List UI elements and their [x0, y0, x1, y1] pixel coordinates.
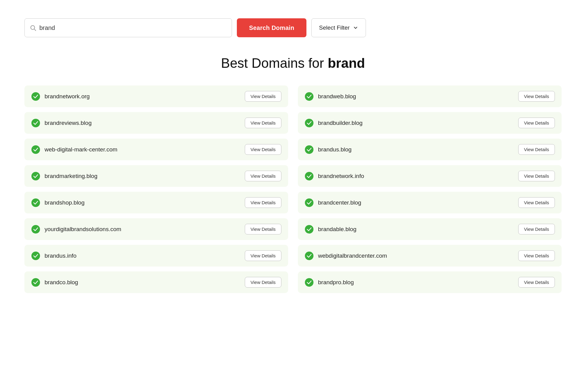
- domain-name: brandweb.blog: [318, 93, 356, 100]
- domain-left: brandnetwork.org: [31, 92, 90, 101]
- search-input[interactable]: [39, 24, 227, 31]
- domain-name: yourdigitalbrandsolutions.com: [45, 226, 121, 233]
- search-icon: [30, 24, 36, 31]
- svg-point-9: [305, 172, 313, 180]
- domain-name: brandable.blog: [318, 226, 356, 233]
- filter-button-label: Select Filter: [319, 24, 349, 31]
- domain-name: webdigitalbrandcenter.com: [318, 252, 387, 259]
- svg-point-4: [31, 118, 40, 127]
- svg-point-15: [305, 251, 313, 260]
- domain-row: brandable.blog View Details: [298, 218, 562, 240]
- domain-left: brandweb.blog: [305, 92, 356, 101]
- domain-name: brandcenter.blog: [318, 199, 361, 206]
- domains-grid: brandnetwork.org View Details brandweb.b…: [24, 85, 562, 293]
- domain-left: webdigitalbrandcenter.com: [305, 251, 387, 260]
- view-details-button[interactable]: View Details: [518, 171, 555, 181]
- domain-name: brandpro.blog: [318, 279, 354, 286]
- domain-left: brandnetwork.info: [305, 172, 364, 181]
- domain-row: brandbuilder.blog View Details: [298, 112, 562, 134]
- svg-point-12: [31, 225, 40, 233]
- domain-row: brandcenter.blog View Details: [298, 192, 562, 213]
- svg-point-2: [31, 92, 40, 100]
- check-circle-icon: [305, 145, 314, 154]
- domain-left: yourdigitalbrandsolutions.com: [31, 225, 121, 234]
- domain-row: brandco.blog View Details: [24, 271, 288, 293]
- domain-row: brandmarketing.blog View Details: [24, 165, 288, 187]
- domain-name: brandshop.blog: [45, 199, 85, 206]
- view-details-button[interactable]: View Details: [518, 144, 555, 155]
- check-circle-icon: [305, 118, 314, 128]
- svg-point-5: [305, 118, 313, 127]
- svg-point-17: [305, 278, 313, 286]
- svg-point-7: [305, 145, 313, 154]
- domain-row: brandreviews.blog View Details: [24, 112, 288, 134]
- page-heading: Best Domains for brand: [24, 56, 562, 71]
- search-wrapper: [24, 18, 232, 37]
- svg-point-11: [305, 198, 313, 207]
- view-details-button[interactable]: View Details: [518, 118, 555, 128]
- heading-keyword: brand: [328, 56, 365, 71]
- view-details-button[interactable]: View Details: [245, 197, 281, 208]
- check-circle-icon: [31, 251, 40, 260]
- svg-point-8: [31, 172, 40, 180]
- view-details-button[interactable]: View Details: [245, 91, 281, 102]
- domain-name: brandco.blog: [45, 279, 78, 286]
- svg-point-16: [31, 278, 40, 286]
- domain-row: brandweb.blog View Details: [298, 85, 562, 107]
- domain-left: brandmarketing.blog: [31, 172, 97, 181]
- view-details-button[interactable]: View Details: [245, 224, 281, 234]
- domain-left: brandus.blog: [305, 145, 352, 154]
- domain-name: brandreviews.blog: [45, 120, 92, 126]
- domain-row: webdigitalbrandcenter.com View Details: [298, 245, 562, 267]
- domain-row: brandus.info View Details: [24, 245, 288, 267]
- svg-point-6: [31, 145, 40, 154]
- check-circle-icon: [305, 251, 314, 260]
- domain-row: yourdigitalbrandsolutions.com View Detai…: [24, 218, 288, 240]
- domain-left: brandshop.blog: [31, 198, 85, 207]
- domain-name: brandnetwork.org: [45, 93, 90, 100]
- domain-row: brandnetwork.info View Details: [298, 165, 562, 187]
- view-details-button[interactable]: View Details: [245, 171, 281, 181]
- domain-name: brandmarketing.blog: [45, 173, 97, 180]
- check-circle-icon: [305, 225, 314, 234]
- check-circle-icon: [31, 92, 40, 101]
- domain-name: brandus.info: [45, 252, 77, 259]
- top-bar: Search Domain Select Filter: [24, 18, 562, 37]
- domain-left: brandable.blog: [305, 225, 356, 234]
- view-details-button[interactable]: View Details: [518, 197, 555, 208]
- domain-left: brandreviews.blog: [31, 118, 92, 128]
- svg-point-14: [31, 251, 40, 260]
- domain-row: brandshop.blog View Details: [24, 192, 288, 213]
- domain-row: brandus.blog View Details: [298, 139, 562, 160]
- domain-left: brandco.blog: [31, 278, 78, 287]
- domain-row: brandpro.blog View Details: [298, 271, 562, 293]
- view-details-button[interactable]: View Details: [518, 250, 555, 261]
- check-circle-icon: [31, 172, 40, 181]
- check-circle-icon: [31, 118, 40, 128]
- heading-prefix: Best Domains for: [221, 56, 328, 71]
- check-circle-icon: [305, 172, 314, 181]
- view-details-button[interactable]: View Details: [518, 277, 555, 288]
- view-details-button[interactable]: View Details: [245, 144, 281, 155]
- view-details-button[interactable]: View Details: [245, 118, 281, 128]
- domain-name: brandus.blog: [318, 146, 352, 153]
- domain-left: brandbuilder.blog: [305, 118, 363, 128]
- check-circle-icon: [31, 225, 40, 234]
- domain-name: web-digital-mark-center.com: [45, 146, 118, 153]
- svg-point-13: [305, 225, 313, 233]
- domain-left: brandcenter.blog: [305, 198, 361, 207]
- check-circle-icon: [305, 92, 314, 101]
- view-details-button[interactable]: View Details: [245, 277, 281, 288]
- check-circle-icon: [305, 198, 314, 207]
- view-details-button[interactable]: View Details: [518, 91, 555, 102]
- domain-left: web-digital-mark-center.com: [31, 145, 118, 154]
- view-details-button[interactable]: View Details: [245, 250, 281, 261]
- check-circle-icon: [31, 278, 40, 287]
- view-details-button[interactable]: View Details: [518, 224, 555, 234]
- check-circle-icon: [31, 198, 40, 207]
- search-domain-button[interactable]: Search Domain: [237, 18, 306, 37]
- check-circle-icon: [305, 278, 314, 287]
- select-filter-button[interactable]: Select Filter: [311, 18, 366, 37]
- domain-left: brandus.info: [31, 251, 77, 260]
- svg-point-3: [305, 92, 313, 100]
